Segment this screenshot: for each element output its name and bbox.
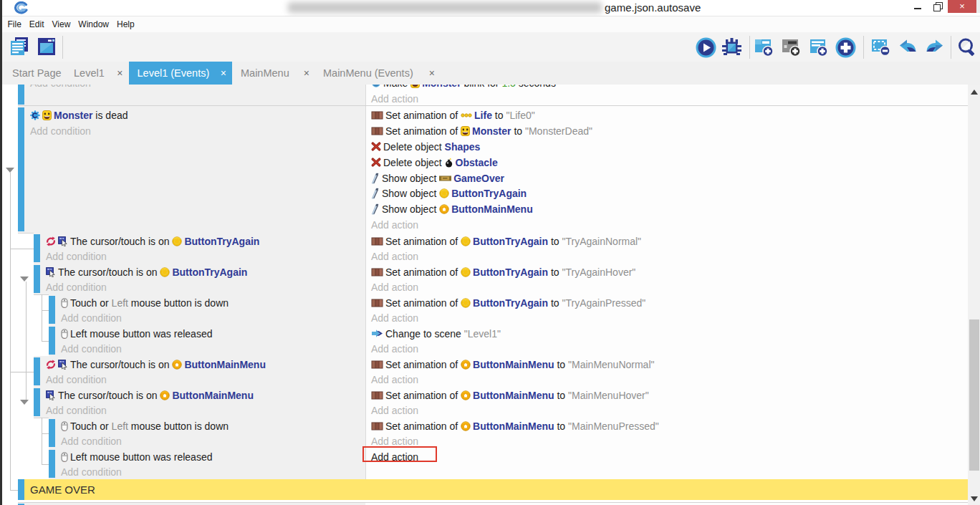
- menu-edit[interactable]: Edit: [25, 16, 48, 32]
- event-row-cursor-on-mainmenu-inverted-action[interactable]: Set animation of ButtonMainMenu to "Main…: [365, 357, 968, 372]
- tab-close-icon[interactable]: ×: [429, 62, 435, 85]
- next-event-partial-conditions-cell: [24, 503, 365, 505]
- event-row-cursor-on-tryagain-condition[interactable]: The cursor/touch is on ButtonTryAgain: [34, 264, 365, 280]
- tab-close-icon[interactable]: ×: [221, 62, 226, 85]
- event-row-monster-is-dead-action[interactable]: Set animation of Life to "Life0": [365, 107, 968, 123]
- scrollbar-up-arrow-icon[interactable]: [971, 90, 978, 95]
- event-row-cursor-on-mainmenu-add-action[interactable]: Add action: [365, 403, 968, 419]
- event-row-blink-tail-action[interactable]: Make Monster blink for 1.5 seconds: [365, 85, 968, 91]
- event-row-cursor-on-tryagain-inverted-add-condition[interactable]: Add condition: [34, 249, 365, 265]
- add-external-events-icon[interactable]: [808, 37, 827, 56]
- menu-view[interactable]: View: [48, 16, 75, 32]
- fold-triangle-monster-event[interactable]: [6, 168, 14, 173]
- window-title: game.json.autosave: [605, 0, 701, 16]
- event-row-cursor-on-tryagain-inverted-action[interactable]: Set animation of ButtonTryAgain to "TryA…: [365, 234, 968, 249]
- event-row-blink-tail-add-action[interactable]: Add action: [365, 91, 968, 107]
- object-name: ButtonTryAgain: [451, 188, 527, 199]
- button-yellow-icon: [439, 188, 449, 198]
- redo-icon[interactable]: [924, 37, 943, 56]
- animation-icon: [371, 422, 383, 431]
- undo-icon[interactable]: [898, 37, 916, 56]
- tab-close-icon[interactable]: ×: [117, 62, 123, 85]
- event-row-cursor-on-mainmenu-inverted-add-action[interactable]: Add action: [365, 372, 968, 388]
- event-row-left-released-tryagain-action[interactable]: Change to scene "Level1": [365, 326, 968, 342]
- number-parameter: 1.5: [501, 85, 515, 89]
- event-row-left-released-tryagain-add-action[interactable]: Add action: [365, 342, 968, 357]
- event-row-touch-or-left-down-tryagain-condition[interactable]: Touch or Left mouse button is down: [49, 295, 365, 311]
- event-row-touch-or-left-down-mainmenu-condition[interactable]: Touch or Left mouse button is down: [49, 418, 365, 434]
- tab-mainmenu-events-[interactable]: MainMenu (Events)×: [315, 62, 441, 85]
- event-row-blink-tail-add-condition[interactable]: Add condition: [18, 85, 365, 91]
- fold-triangle-tryagain-event[interactable]: [20, 276, 29, 282]
- event-row-monster-is-dead-action[interactable]: Show object GameOver: [365, 170, 968, 186]
- string-parameter: "MainMenuPressed": [568, 420, 659, 432]
- event-row-cursor-on-mainmenu-inverted-add-condition[interactable]: Add condition: [34, 372, 365, 388]
- sentence-text: Left mouse button was released: [70, 328, 212, 340]
- add-new-icon[interactable]: [835, 37, 854, 56]
- sentence-text: The cursor/touch is on: [70, 236, 172, 247]
- start-page-icon[interactable]: [37, 37, 57, 57]
- fold-triangle-mainmenu-event[interactable]: [20, 400, 29, 405]
- event-row-cursor-on-mainmenu-add-condition[interactable]: Add condition: [34, 403, 365, 419]
- sentence-text: The cursor/touch is on: [58, 266, 160, 278]
- tree-stub-comment: [10, 490, 19, 491]
- show-icon: [371, 188, 380, 199]
- scrollbar-thumb[interactable]: [969, 319, 979, 471]
- debugger-icon[interactable]: [721, 37, 740, 56]
- object-name: ButtonMainMenu: [473, 390, 554, 401]
- event-row-monster-is-dead-add-action[interactable]: Add action: [365, 217, 968, 233]
- event-row-monster-is-dead-condition[interactable]: Monster is dead: [18, 107, 365, 123]
- add-button-label: Add action: [371, 219, 418, 231]
- event-row-cursor-on-mainmenu-inverted-condition[interactable]: The cursor/touch is on ButtonMainMenu: [34, 357, 365, 372]
- event-row-touch-or-left-down-tryagain-add-action[interactable]: Add action: [365, 311, 968, 327]
- event-row-left-released-mainmenu-add-condition[interactable]: Add condition: [49, 465, 365, 481]
- button-orange-icon: [172, 360, 182, 370]
- object-name: ButtonTryAgain: [184, 236, 259, 247]
- event-row-monster-is-dead-action[interactable]: Delete object Shapes: [365, 139, 968, 155]
- scrollbar-down-arrow-icon[interactable]: [971, 496, 978, 501]
- close-button[interactable]: ×: [948, 0, 976, 13]
- event-row-monster-is-dead-add-condition[interactable]: Add condition: [18, 123, 365, 139]
- menu-window[interactable]: Window: [75, 16, 113, 32]
- event-row-cursor-on-tryagain-add-condition[interactable]: Add condition: [34, 280, 365, 296]
- add-scene-icon[interactable]: [754, 37, 772, 56]
- event-row-cursor-on-tryagain-inverted-condition[interactable]: The cursor/touch is on ButtonTryAgain: [34, 234, 365, 249]
- event-row-monster-is-dead-action[interactable]: Show object ButtonTryAgain: [365, 186, 968, 202]
- restore-button[interactable]: [926, 0, 949, 14]
- tab-level1[interactable]: Level1×: [69, 62, 129, 85]
- project-manager-icon[interactable]: [9, 37, 30, 57]
- menu-file[interactable]: File: [4, 16, 25, 32]
- vertical-scrollbar[interactable]: [968, 85, 980, 505]
- event-row-left-released-tryagain-condition[interactable]: Left mouse button was released: [49, 326, 365, 342]
- event-row-left-released-mainmenu-add-action[interactable]: Add action: [365, 449, 968, 465]
- string-parameter: "Level1": [464, 328, 501, 340]
- event-row-touch-or-left-down-tryagain-action[interactable]: Set animation of ButtonTryAgain to "TryA…: [365, 295, 968, 311]
- edit-selection-icon[interactable]: [870, 37, 889, 56]
- tree-stub-i: [42, 433, 49, 434]
- event-row-cursor-on-tryagain-add-action[interactable]: Add action: [365, 280, 968, 296]
- tab-level1-events-[interactable]: Level1 (Events)×: [129, 62, 233, 85]
- event-row-cursor-on-mainmenu-action[interactable]: Set animation of ButtonMainMenu to "Main…: [365, 388, 968, 403]
- event-row-monster-is-dead-action[interactable]: Show object ButtonMainMenu: [365, 201, 968, 217]
- search-icon[interactable]: [957, 37, 976, 56]
- tab-mainmenu[interactable]: MainMenu×: [232, 62, 315, 85]
- event-row-touch-or-left-down-mainmenu-add-condition[interactable]: Add condition: [49, 434, 365, 450]
- event-row-cursor-on-tryagain-inverted-add-action[interactable]: Add action: [365, 249, 968, 265]
- event-row-monster-is-dead-action[interactable]: Set animation of Monster to "MonsterDead…: [365, 123, 968, 139]
- event-row-cursor-on-mainmenu-condition[interactable]: The cursor/touch is on ButtonMainMenu: [34, 388, 365, 403]
- event-row-left-released-mainmenu-condition[interactable]: Left mouse button was released: [49, 449, 365, 465]
- menu-help[interactable]: Help: [113, 16, 139, 32]
- mouse-icon: [61, 421, 68, 431]
- event-row-touch-or-left-down-tryagain-add-condition[interactable]: Add condition: [49, 311, 365, 327]
- event-row-monster-is-dead-action[interactable]: Delete object Obstacle: [365, 155, 968, 170]
- event-row-left-released-tryagain-add-condition[interactable]: Add condition: [49, 342, 365, 357]
- tab-start-page[interactable]: Start Page: [4, 62, 69, 85]
- show-icon: [371, 173, 380, 184]
- event-row-touch-or-left-down-mainmenu-action[interactable]: Set animation of ButtonMainMenu to "Main…: [365, 418, 968, 434]
- event-row-cursor-on-tryagain-action[interactable]: Set animation of ButtonTryAgain to "TryA…: [365, 264, 968, 280]
- preview-icon[interactable]: [696, 37, 714, 56]
- sentence-text: to: [554, 359, 568, 370]
- tab-close-icon[interactable]: ×: [304, 62, 309, 85]
- event-row-touch-or-left-down-mainmenu-add-action[interactable]: Add action: [365, 434, 968, 450]
- add-external-layout-icon[interactable]: [781, 37, 799, 56]
